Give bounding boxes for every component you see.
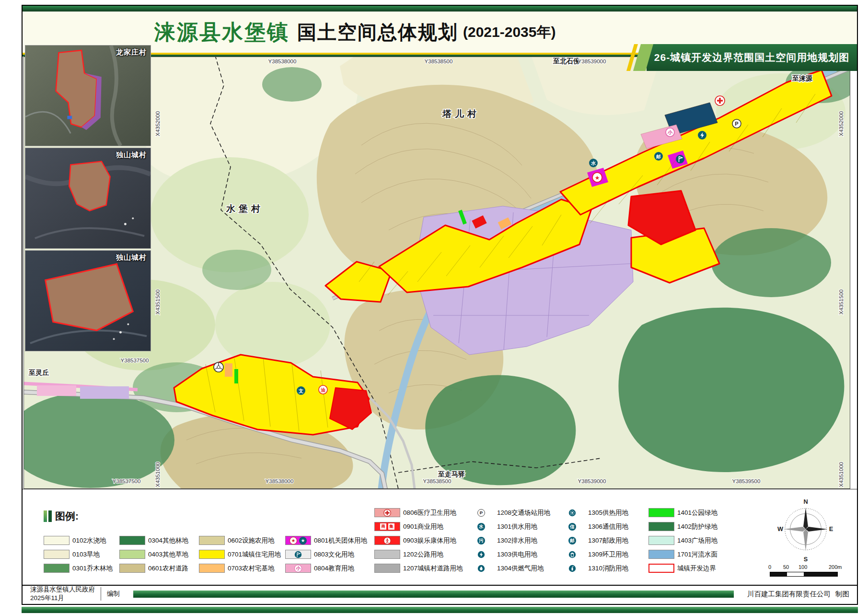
legend-item-1310: 1310消防用地 xyxy=(559,562,645,574)
legend-swatch-1307: 邮 xyxy=(559,536,585,545)
svg-text:Y38538500: Y38538500 xyxy=(425,58,453,64)
svg-text:水: 水 xyxy=(590,161,596,166)
scale-tick-label: 0 xyxy=(768,564,771,570)
legend-label: 1208交通场站用地 xyxy=(497,509,550,517)
parcel-pink xyxy=(37,385,76,396)
gas-flame-icon xyxy=(477,565,485,572)
svg-text:Y38538500: Y38538500 xyxy=(423,478,451,484)
parcel-lavender xyxy=(80,386,129,399)
legend-col-2: 0304其他林地 0403其他草地 0601农村道路 xyxy=(119,507,195,574)
footer-green-bar xyxy=(133,591,734,598)
culture-flag-icon xyxy=(676,155,684,163)
legend-item-1307: 邮 1307邮政用地 xyxy=(559,534,645,546)
legend-swatch-0301 xyxy=(44,564,69,573)
legend-label: 1301供水用地 xyxy=(497,522,537,531)
legend-col-8: 1401公园绿地 1402防护绿地 1403广场用地 1701河流水面 城镇开发… xyxy=(648,507,718,574)
legend-item-0903: 0903娱乐康体用地 xyxy=(374,534,464,546)
hospital-icon xyxy=(715,96,725,105)
legend-item-1304: 1304供燃气用地 xyxy=(468,562,556,574)
legend-item-0304: 0304其他林地 xyxy=(119,534,195,546)
legend-swatch-0803 xyxy=(285,550,311,559)
svg-text:X4351000: X4351000 xyxy=(838,462,844,487)
scale-segment xyxy=(787,572,804,576)
legend-swatch-0304 xyxy=(119,536,145,545)
inset-dushancheng-2: 独山城村 xyxy=(25,250,151,351)
culture-flag-icon xyxy=(294,551,302,558)
scale-bar: 0 50 100 200m xyxy=(770,572,838,577)
legend-swatch-1309 xyxy=(559,550,585,559)
legend-swatch-0403 xyxy=(119,550,145,559)
label-taercun: 塔儿村 xyxy=(442,109,480,119)
legend-label: 1309环卫用地 xyxy=(588,550,628,559)
legend-label: 1304供燃气用地 xyxy=(497,564,544,573)
legend-item-1302: 污 1302排水用地 xyxy=(468,534,556,546)
recreation-icon xyxy=(383,537,391,544)
legend-swatch-0103 xyxy=(44,550,69,559)
legend-item-1701: 1701河流水面 xyxy=(648,548,718,560)
svg-text:小: 小 xyxy=(667,130,673,135)
commerce-icon: 商 xyxy=(380,523,386,530)
inset-dushancheng-1: 独山城村 xyxy=(25,148,151,249)
legend-label: 0102水浇地 xyxy=(72,536,106,545)
legend-item-0806: 0806医疗卫生用地 xyxy=(374,507,464,519)
government-star-icon: ★ xyxy=(592,173,602,182)
legend-swatch-development-boundary xyxy=(648,564,674,573)
transport-station-icon xyxy=(214,362,223,372)
svg-text:X4352000: X4352000 xyxy=(838,111,844,136)
legend-label: 1402防护绿地 xyxy=(677,522,718,531)
top-green-bar xyxy=(23,6,857,12)
legend-swatch-1305 xyxy=(559,508,585,517)
role-compiled-by: 编制 xyxy=(107,590,120,598)
svg-text:Y38537500: Y38537500 xyxy=(113,478,141,484)
school-icon: 小 xyxy=(294,565,302,572)
legend-label: 0701城镇住宅用地 xyxy=(228,550,281,559)
legend-item-0803: 0803文化用地 xyxy=(285,548,370,560)
sheet-footer: 涞源县水堡镇人民政府 2025年11月 编制 川百建工集团有限责任公司 制图 xyxy=(23,585,857,602)
inset-label: 独山城村 xyxy=(116,253,147,262)
legend-item-0103: 0103旱地 xyxy=(44,548,116,560)
legend-item-0804: 小 0804教育用地 xyxy=(285,562,370,574)
legend-item-1207: 1207城镇村道路用地 xyxy=(374,562,464,574)
post-icon: 邮 xyxy=(654,152,663,161)
legend-label: 1303供电用地 xyxy=(497,550,537,559)
legend-label: 0806医疗卫生用地 xyxy=(403,509,456,517)
legend-swatch-1208: P xyxy=(468,508,494,517)
legend-item-0701: 0701城镇住宅用地 xyxy=(199,548,281,560)
legend-swatch-0703 xyxy=(199,564,225,573)
legend-swatch-0701 xyxy=(199,550,225,559)
legend-col-6: P 1208交通场站用地 水 1301供水用地 污 1302排水用地 1303供… xyxy=(468,507,556,574)
page-title-plan: 国土空间总体规划 xyxy=(297,19,458,46)
legend-label: 0304其他林地 xyxy=(148,536,188,545)
label-to-zoumayi: 至走马驿 xyxy=(438,470,465,478)
svg-text:Y38537500: Y38537500 xyxy=(121,358,149,363)
fire-station-icon xyxy=(568,565,576,572)
footer-divider xyxy=(101,587,101,601)
svg-text:★: ★ xyxy=(595,174,600,181)
legend-label: 0602设施农用地 xyxy=(228,536,275,545)
compass-north-label: N xyxy=(803,498,808,505)
legend-col-7: 1305供热用地 信 1306通信用地 邮 1307邮政用地 1309环卫用地 xyxy=(559,507,645,574)
legend-swatch-1207 xyxy=(374,564,400,573)
legend-swatch-1301: 水 xyxy=(468,522,494,531)
legend-swatch-1402 xyxy=(648,522,674,531)
bottom-green-strip xyxy=(22,607,858,613)
svg-text:文: 文 xyxy=(298,388,303,394)
legend-item-1202: 1202公路用地 xyxy=(374,548,464,560)
legend-swatch-1401 xyxy=(648,508,674,517)
compass-west-label: W xyxy=(777,525,784,533)
legend-swatch-1306: 信 xyxy=(559,522,585,531)
inset-label: 龙家庄村 xyxy=(116,48,147,57)
publisher-block: 涞源县水堡镇人民政府 2025年11月 xyxy=(30,585,95,602)
legend-swatch-0602 xyxy=(199,536,225,545)
plan-sheet: 涞源县水堡镇 国土空间总体规划 (2021-2035年) 26-城镇开发边界范围… xyxy=(0,0,868,614)
scale-tick-label: 200m xyxy=(829,564,842,570)
publisher-name: 涞源县水堡镇人民政府 xyxy=(30,585,95,594)
legend-item-1208: P 1208交通场站用地 xyxy=(468,507,556,519)
legend-item-1403: 1403广场用地 xyxy=(648,534,718,546)
legend-item-0801: ★ ★ 0801机关团体用地 xyxy=(285,534,370,546)
svg-text:X4351500: X4351500 xyxy=(155,290,161,314)
inset-label: 独山城村 xyxy=(116,151,147,160)
legend-swatch-0806 xyxy=(374,508,400,517)
publish-date: 2025年11月 xyxy=(30,594,95,602)
legend-label: 0901商业用地 xyxy=(403,522,443,531)
